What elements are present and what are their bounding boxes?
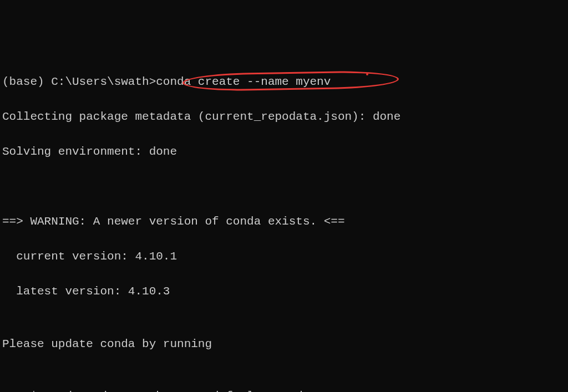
command-prompt-line[interactable]: (base) C:\Users\swath>conda create --nam… [2,73,566,91]
red-dot-annotation [366,73,368,75]
warning-header: ==> WARNING: A newer version of conda ex… [2,213,566,231]
update-instruction: Please update conda by running [2,335,566,353]
latest-version: latest version: 4.10.3 [2,283,566,301]
command-text: conda create --name myenv [156,75,331,88]
current-version: current version: 4.10.1 [2,248,566,266]
update-command: $ conda update -n base -c defaults conda [2,388,566,392]
output-collecting: Collecting package metadata (current_rep… [2,108,566,126]
output-solving: Solving environment: done [2,143,566,161]
prompt-prefix: (base) C:\Users\swath> [2,75,156,88]
